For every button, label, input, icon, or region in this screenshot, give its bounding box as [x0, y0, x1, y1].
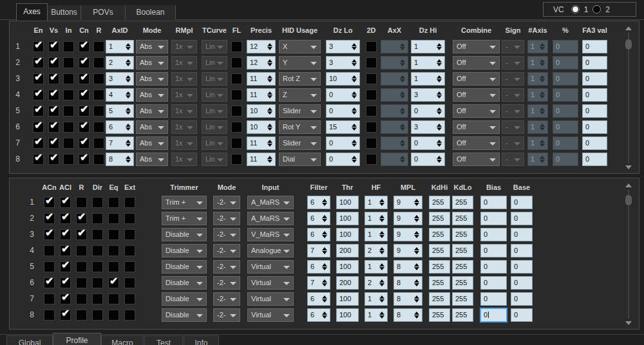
axx-spinner[interactable] — [381, 136, 408, 150]
checkbox-ext[interactable] — [124, 261, 135, 272]
checkbox-ext[interactable] — [124, 245, 135, 256]
kdhi-field[interactable]: 255 — [429, 196, 450, 209]
kdlo-field[interactable]: 255 — [452, 212, 473, 225]
checkbox-dir[interactable] — [92, 310, 103, 321]
filter-spinner[interactable]: 6 — [307, 308, 330, 322]
precis-spinner[interactable]: 11 — [247, 136, 276, 150]
checkbox-acn[interactable] — [44, 213, 55, 224]
dzhi-spinner[interactable]: 0 — [411, 153, 445, 166]
thr-field[interactable]: 100 — [336, 308, 359, 322]
base-field[interactable]: 0 — [511, 196, 533, 209]
tcurve-dropdown[interactable]: Lin — [202, 136, 227, 150]
trimmer-dropdown[interactable]: Disable — [162, 260, 207, 274]
mode-dropdown[interactable]: Abs — [136, 56, 168, 70]
kdhi-field[interactable]: 255 — [429, 228, 450, 241]
mode-dropdown[interactable]: Abs — [136, 153, 168, 166]
checkbox-eq[interactable] — [108, 277, 119, 288]
input-dropdown[interactable]: Analogue — [247, 244, 294, 257]
mode-dropdown[interactable]: -2- — [213, 292, 240, 306]
tcurve-dropdown[interactable]: Lin — [202, 120, 227, 134]
checkbox-acl[interactable] — [60, 213, 71, 224]
thr-field[interactable]: 100 — [336, 292, 359, 306]
hf-spinner[interactable]: 1 — [365, 292, 388, 306]
filter-spinner[interactable]: 7 — [307, 276, 330, 290]
checkbox-r[interactable] — [93, 73, 104, 84]
checkbox-eq[interactable] — [108, 229, 119, 240]
checkbox-in[interactable] — [63, 106, 74, 117]
sign-dropdown[interactable]: - — [502, 56, 524, 70]
checkbox-en[interactable] — [33, 138, 44, 149]
checkbox-d2[interactable] — [366, 89, 377, 100]
pct-field[interactable]: 0 — [553, 104, 578, 118]
dzhi-spinner[interactable]: 1 — [411, 56, 445, 70]
mode-dropdown[interactable]: Abs — [136, 72, 168, 86]
mpl-spinner[interactable]: 9 — [393, 244, 422, 257]
rmpl-dropdown[interactable]: 1x — [171, 40, 197, 53]
bias-field[interactable]: 0 — [480, 292, 507, 306]
checkbox-eq[interactable] — [108, 310, 119, 321]
checkbox-d2[interactable] — [366, 138, 377, 149]
base-field[interactable]: 0 — [511, 292, 533, 306]
trimmer-dropdown[interactable]: Disable — [162, 244, 207, 257]
sign-dropdown[interactable]: - — [502, 88, 524, 102]
checkbox-dir[interactable] — [92, 294, 103, 304]
mode-dropdown[interactable]: -2- — [213, 244, 240, 257]
filter-spinner[interactable]: 6 — [307, 196, 330, 209]
tab-axes[interactable]: Axes — [16, 3, 48, 21]
naxis-spinner[interactable]: 1 — [527, 72, 548, 86]
fa3-field[interactable]: 0 — [582, 88, 607, 102]
axid-spinner[interactable]: 4 — [106, 88, 134, 102]
precis-spinner[interactable]: 12 — [247, 56, 276, 70]
tcurve-dropdown[interactable]: Lin — [202, 40, 227, 53]
mode-dropdown[interactable]: Abs — [136, 104, 168, 118]
mode-dropdown[interactable]: -2- — [213, 260, 240, 274]
kdhi-field[interactable]: 255 — [429, 260, 450, 274]
filter-spinner[interactable]: 6 — [307, 212, 330, 225]
checkbox-eq[interactable] — [108, 294, 119, 304]
checkbox-en[interactable] — [33, 89, 44, 100]
base-field[interactable]: 0 — [511, 228, 533, 241]
tab-test[interactable]: Test — [144, 335, 183, 345]
tcurve-dropdown[interactable]: Lin — [202, 88, 227, 102]
mode-dropdown[interactable]: Abs — [136, 40, 168, 53]
kdlo-field[interactable]: 255 — [452, 308, 473, 322]
combine-dropdown[interactable]: Off — [453, 88, 500, 102]
input-dropdown[interactable]: Virtual — [247, 260, 294, 274]
rmpl-dropdown[interactable]: 1x — [171, 88, 197, 102]
checkbox-fl[interactable] — [231, 106, 242, 117]
base-field[interactable]: 0 — [511, 212, 533, 225]
fa3-field[interactable]: 0 — [582, 72, 607, 86]
combine-dropdown[interactable]: Off — [453, 120, 500, 134]
checkbox-acl[interactable] — [60, 310, 71, 321]
checkbox-d2[interactable] — [366, 41, 377, 52]
checkbox-in[interactable] — [63, 41, 74, 52]
mpl-spinner[interactable]: 9 — [393, 228, 422, 241]
tab-info[interactable]: Info — [184, 335, 219, 345]
checkbox-fl[interactable] — [231, 41, 242, 52]
checkbox-in[interactable] — [63, 138, 74, 149]
fa3-field[interactable]: 0 — [582, 153, 607, 166]
filter-spinner[interactable]: 7 — [307, 244, 330, 257]
checkbox-d2[interactable] — [366, 57, 377, 68]
hid-dropdown[interactable]: Slider — [279, 136, 321, 150]
base-field[interactable]: 0 — [511, 308, 533, 322]
dzhi-spinner[interactable]: 0 — [411, 136, 445, 150]
axx-spinner[interactable] — [381, 40, 408, 53]
checkbox-dir[interactable] — [92, 229, 103, 240]
naxis-spinner[interactable]: 1 — [527, 153, 548, 166]
dzhi-spinner[interactable]: 1 — [411, 72, 445, 86]
naxis-spinner[interactable]: 1 — [527, 40, 548, 53]
base-field[interactable]: 0 — [511, 244, 533, 257]
checkbox-cn[interactable] — [79, 106, 90, 117]
hid-dropdown[interactable]: Rot Y — [279, 120, 321, 134]
input-dropdown[interactable]: Virtual — [247, 308, 294, 322]
checkbox-vs[interactable] — [48, 122, 59, 133]
checkbox-eq[interactable] — [108, 213, 119, 224]
hf-spinner[interactable]: 1 — [365, 260, 388, 274]
checkbox-fl[interactable] — [231, 154, 242, 165]
rmpl-dropdown[interactable]: 1x — [171, 136, 197, 150]
tab-profile[interactable]: Profile — [53, 333, 101, 345]
checkbox-r[interactable] — [76, 197, 87, 208]
checkbox-en[interactable] — [33, 154, 44, 165]
axid-spinner[interactable]: 8 — [106, 153, 134, 166]
